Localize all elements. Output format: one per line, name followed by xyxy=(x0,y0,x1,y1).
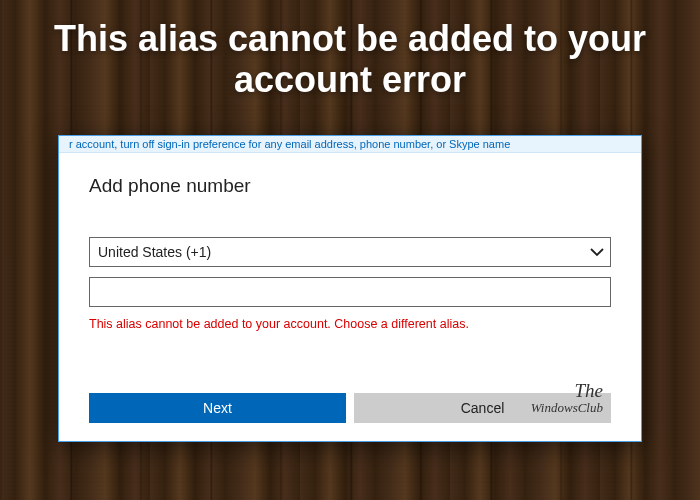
dialog-body: Add phone number United States (+1) This… xyxy=(59,153,641,331)
next-button[interactable]: Next xyxy=(89,393,346,423)
info-strip: r account, turn off sign-in preference f… xyxy=(59,136,641,153)
country-select[interactable]: United States (+1) xyxy=(89,237,611,267)
phone-input[interactable] xyxy=(89,277,611,307)
cancel-button[interactable]: Cancel xyxy=(354,393,611,423)
error-message: This alias cannot be added to your accou… xyxy=(89,317,611,331)
page-headline: This alias cannot be added to your accou… xyxy=(0,18,700,101)
button-row: Next Cancel xyxy=(89,393,611,423)
dialog-title: Add phone number xyxy=(89,175,611,197)
dialog-window: r account, turn off sign-in preference f… xyxy=(58,135,642,442)
country-select-value: United States (+1) xyxy=(89,237,611,267)
